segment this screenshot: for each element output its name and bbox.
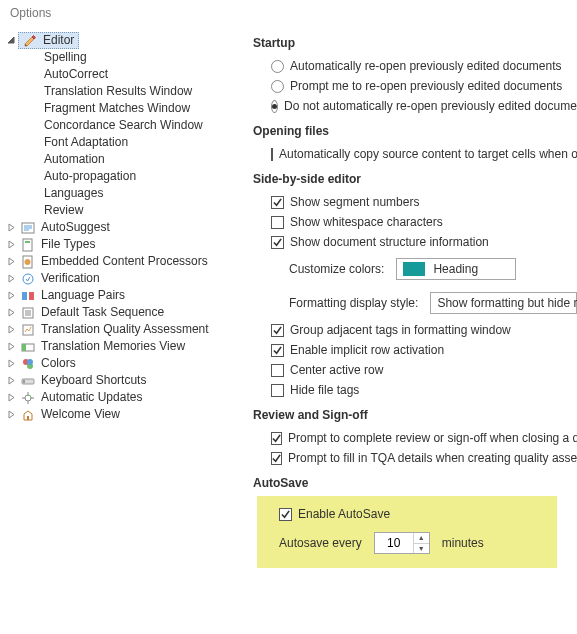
tree-label: Welcome View: [39, 406, 122, 423]
tree-node[interactable]: Embedded Content Processors: [6, 253, 243, 270]
chk-enable-autosave[interactable]: Enable AutoSave: [269, 504, 545, 524]
combo-colors[interactable]: Heading: [396, 258, 516, 280]
tree-node[interactable]: Welcome View: [6, 406, 243, 423]
node-icon: [20, 407, 36, 423]
tree-label: Translation Quality Assessment: [39, 321, 211, 338]
tree-label: Automatic Updates: [39, 389, 144, 406]
spinner-down-icon[interactable]: ▼: [414, 544, 429, 554]
tree-node-editor-child[interactable]: Concordance Search Window: [20, 117, 243, 134]
expand-icon[interactable]: [6, 256, 17, 267]
tree-node[interactable]: Default Task Sequence: [6, 304, 243, 321]
tree-node[interactable]: AutoSuggest: [6, 219, 243, 236]
spinner-up-icon[interactable]: ▲: [414, 533, 429, 544]
svg-rect-18: [27, 416, 29, 420]
node-icon: [20, 237, 36, 253]
checkbox-icon: [271, 216, 284, 229]
autosave-value-input[interactable]: [375, 533, 413, 553]
tree-node-editor-child[interactable]: Automation: [20, 151, 243, 168]
svg-rect-6: [22, 292, 27, 300]
expand-icon[interactable]: [6, 307, 17, 318]
checkbox-icon: [271, 196, 284, 209]
expand-icon[interactable]: [6, 358, 17, 369]
tree-node-editor-child[interactable]: Review: [20, 202, 243, 219]
radio-prompt-reopen[interactable]: Prompt me to re-open previously edited d…: [253, 76, 577, 96]
chk-hide-file-tags[interactable]: Hide file tags: [253, 380, 577, 400]
tree-label: Languages: [42, 185, 105, 202]
node-icon: [20, 356, 36, 372]
chk-implicit-row[interactable]: Enable implicit row activation: [253, 340, 577, 360]
chk-prompt-complete[interactable]: Prompt to complete review or sign-off wh…: [253, 428, 577, 448]
tree-node-editor-child[interactable]: AutoCorrect: [20, 66, 243, 83]
radio-no-reopen[interactable]: Do not automatically re-open previously …: [253, 96, 577, 116]
tree-label-editor: Editor: [41, 32, 76, 49]
autosave-spinner[interactable]: ▲ ▼: [374, 532, 430, 554]
tree-label: Review: [42, 202, 85, 219]
svg-rect-7: [29, 292, 34, 300]
radio-icon: [271, 60, 284, 73]
chk-group-tags[interactable]: Group adjacent tags in formatting window: [253, 320, 577, 340]
checkbox-icon: [279, 508, 292, 521]
expand-icon[interactable]: [6, 290, 17, 301]
tree-node[interactable]: Verification: [6, 270, 243, 287]
radio-auto-reopen[interactable]: Automatically re-open previously edited …: [253, 56, 577, 76]
node-icon: [20, 322, 36, 338]
tree-node[interactable]: Keyboard Shortcuts: [6, 372, 243, 389]
expand-icon[interactable]: [6, 341, 17, 352]
svg-rect-2: [25, 241, 30, 243]
tree-label: Font Adaptation: [42, 134, 130, 151]
settings-pane: Startup Automatically re-open previously…: [243, 24, 577, 632]
window-title: Options: [0, 0, 577, 24]
checkbox-icon: [271, 324, 284, 337]
chk-auto-copy[interactable]: Automatically copy source content to tar…: [253, 144, 577, 164]
tree-label: Automation: [42, 151, 107, 168]
checkbox-icon: [271, 432, 282, 445]
tree-node[interactable]: Translation Memories View: [6, 338, 243, 355]
tree-node-editor[interactable]: Editor: [6, 32, 243, 49]
chk-segment-numbers[interactable]: Show segment numbers: [253, 192, 577, 212]
expand-icon[interactable]: [6, 375, 17, 386]
tree-node-editor-child[interactable]: Auto-propagation: [20, 168, 243, 185]
heading-review: Review and Sign-off: [253, 408, 577, 422]
tree-label: Embedded Content Processors: [39, 253, 210, 270]
chk-doc-structure[interactable]: Show document structure information: [253, 232, 577, 252]
tree-label: Spelling: [42, 49, 89, 66]
svg-point-14: [27, 359, 33, 365]
expand-icon[interactable]: [6, 222, 17, 233]
tree-node-editor-child[interactable]: Languages: [20, 185, 243, 202]
chk-center-row[interactable]: Center active row: [253, 360, 577, 380]
options-tree: Editor SpellingAutoCorrectTranslation Re…: [0, 24, 243, 632]
spinner-buttons[interactable]: ▲ ▼: [413, 533, 429, 553]
collapse-icon[interactable]: [6, 35, 17, 46]
radio-icon: [271, 100, 278, 113]
tree-node-editor-child[interactable]: Fragment Matches Window: [20, 100, 243, 117]
node-icon: [20, 390, 36, 406]
expand-icon[interactable]: [6, 392, 17, 403]
expand-icon[interactable]: [6, 239, 17, 250]
chk-whitespace[interactable]: Show whitespace characters: [253, 212, 577, 232]
node-icon: [20, 288, 36, 304]
node-icon: [20, 305, 36, 321]
tree-node[interactable]: Translation Quality Assessment: [6, 321, 243, 338]
combo-formatting[interactable]: Show formatting but hide recognized tags: [430, 292, 577, 314]
heading-sbs: Side-by-side editor: [253, 172, 577, 186]
tree-node-editor-child[interactable]: Translation Results Window: [20, 83, 243, 100]
tree-node-editor-child[interactable]: Spelling: [20, 49, 243, 66]
tree-node[interactable]: Language Pairs: [6, 287, 243, 304]
svg-rect-11: [22, 344, 26, 351]
expand-icon[interactable]: [6, 409, 17, 420]
node-icon: [20, 271, 36, 287]
expand-icon[interactable]: [6, 273, 17, 284]
pencil-icon: [22, 33, 38, 49]
tree-node-editor-child[interactable]: Font Adaptation: [20, 134, 243, 151]
expand-icon[interactable]: [6, 324, 17, 335]
svg-point-5: [23, 274, 33, 284]
tree-node[interactable]: File Types: [6, 236, 243, 253]
chk-prompt-tqa[interactable]: Prompt to fill in TQA details when creat…: [253, 448, 577, 468]
autosave-highlight: Enable AutoSave Autosave every ▲ ▼ minut…: [257, 496, 557, 568]
tree-label: File Types: [39, 236, 97, 253]
tree-label: Fragment Matches Window: [42, 100, 192, 117]
checkbox-icon: [271, 364, 284, 377]
tree-node[interactable]: Colors: [6, 355, 243, 372]
heading-autosave: AutoSave: [253, 476, 577, 490]
tree-node[interactable]: Automatic Updates: [6, 389, 243, 406]
